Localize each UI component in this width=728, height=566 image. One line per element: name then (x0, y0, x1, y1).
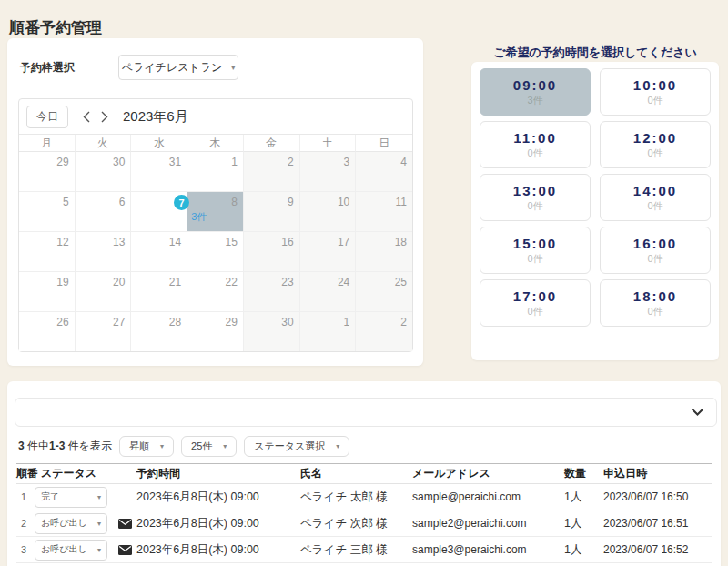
calendar: 今日 2023年6月 月火水木金土日 293031123456783件91011… (18, 98, 413, 352)
calendar-day-cell[interactable]: 31 (131, 152, 187, 192)
calendar-day-cell[interactable]: 22 (187, 272, 244, 312)
per-page-value: 25件 (191, 440, 212, 453)
column-header: 申込日時 (603, 466, 712, 481)
table-body: 1完了▾2023年6月8日(木) 09:00ペライチ 太郎 様sample@pe… (16, 484, 712, 563)
calendar-day-cell[interactable]: 1 (187, 152, 244, 192)
table-row: 3お呼び出し▾2023年6月8日(木) 09:00ペライチ 三郎 様sample… (16, 537, 712, 563)
calendar-day-cell[interactable]: 3 (300, 152, 357, 192)
calendar-day-cell[interactable]: 23 (244, 272, 300, 312)
time-slot-count: 0件 (647, 252, 662, 266)
status-filter-dropdown[interactable]: ステータス選択 ▾ (244, 436, 349, 457)
calendar-day-cell[interactable]: 1 (300, 312, 357, 351)
applied-datetime: 2023/06/07 16:52 (603, 543, 712, 556)
status-select[interactable]: お呼び出し▾ (35, 540, 107, 561)
time-slot-button[interactable]: 15:000件 (480, 227, 591, 274)
time-select-title: ご希望の予約時間を選択してください (471, 45, 719, 61)
time-slot-button[interactable]: 11:000件 (480, 121, 591, 168)
time-slot-time: 11:00 (513, 130, 557, 146)
reservation-time: 2023年6月8日(木) 09:00 (136, 490, 300, 505)
slot-select-dropdown[interactable]: ペライチレストラン ▾ (118, 55, 238, 80)
day-number: 12 (56, 236, 68, 248)
calendar-day-cell[interactable]: 25 (356, 272, 412, 312)
column-header: 氏名 (300, 466, 412, 481)
time-slot-button[interactable]: 14:000件 (600, 174, 711, 221)
calendar-day-cell[interactable]: 30 (76, 152, 132, 192)
calendar-day-cell[interactable]: 4 (356, 152, 412, 192)
calendar-day-cell[interactable]: 5 (19, 192, 76, 232)
today-button[interactable]: 今日 (26, 106, 68, 128)
time-slot-button[interactable]: 10:000件 (600, 68, 711, 116)
day-number: 20 (113, 276, 125, 288)
calendar-day-cell[interactable]: 7 (131, 192, 187, 232)
time-slot-button[interactable]: 12:000件 (600, 121, 711, 168)
column-header: 予約時間 (136, 466, 300, 481)
time-slot-button[interactable]: 09:003件 (480, 68, 591, 116)
calendar-day-cell[interactable]: 20 (76, 272, 132, 312)
calendar-day-cell[interactable]: 29 (19, 152, 76, 192)
calendar-day-cell[interactable]: 6 (76, 192, 132, 232)
calendar-day-cell[interactable]: 2 (244, 152, 300, 192)
status-select[interactable]: お呼び出し▾ (35, 513, 107, 534)
next-month-button[interactable] (96, 106, 114, 127)
calendar-day-cell[interactable]: 28 (131, 312, 187, 351)
calendar-day-cell[interactable]: 10 (300, 192, 357, 232)
status-select[interactable]: 完了▾ (35, 487, 107, 508)
time-slot-button[interactable]: 17:000件 (480, 279, 591, 327)
calendar-day-cell[interactable]: 14 (131, 232, 187, 272)
calendar-day-cell[interactable]: 29 (187, 312, 244, 351)
day-number: 5 (63, 196, 69, 208)
calendar-day-cell[interactable]: 17 (300, 232, 357, 272)
day-count-link[interactable]: 3件 (191, 210, 207, 224)
chevron-down-icon (692, 409, 703, 416)
resend-mail-button[interactable] (118, 545, 136, 555)
calendar-day-cell[interactable]: 19 (19, 272, 76, 312)
order-number: 3 (16, 544, 35, 555)
day-number: 15 (225, 236, 237, 248)
calendar-day-cell[interactable]: 15 (187, 232, 244, 272)
applied-datetime: 2023/06/07 16:51 (603, 517, 712, 530)
calendar-day-cell[interactable]: 9 (244, 192, 300, 232)
day-number: 23 (281, 276, 293, 288)
per-page-dropdown[interactable]: 25件 ▾ (181, 436, 237, 457)
calendar-week-row: 19202122232425 (19, 272, 412, 312)
result-range: 1-3 (49, 440, 65, 452)
calendar-day-cell[interactable]: 18 (356, 232, 412, 272)
caret-down-icon: ▾ (223, 442, 227, 450)
weekday-header: 月 (19, 135, 76, 152)
time-slot-time: 09:00 (513, 77, 557, 93)
time-slot-time: 15:00 (513, 236, 557, 251)
caret-down-icon: ▾ (336, 442, 339, 450)
resend-mail-button[interactable] (118, 519, 136, 529)
time-slot-count: 0件 (527, 199, 542, 213)
status-select-value: 完了 (41, 490, 59, 503)
calendar-day-cell[interactable]: 26 (19, 312, 76, 351)
calendar-day-cell[interactable]: 11 (356, 192, 412, 232)
prev-month-button[interactable] (77, 106, 96, 127)
reservation-list-card: 3 件中1-3 件を表示 昇順 ▾ 25件 ▾ ステータス選択 ▾ 順番ステータ… (7, 381, 721, 566)
collapse-bar[interactable] (15, 398, 717, 427)
calendar-day-cell[interactable]: 13 (76, 232, 132, 272)
time-slot-button[interactable]: 16:000件 (600, 227, 711, 274)
list-controls: 3 件中1-3 件を表示 昇順 ▾ 25件 ▾ ステータス選択 ▾ (18, 436, 721, 457)
time-slot-card: 09:003件10:000件11:000件12:000件13:000件14:00… (471, 62, 719, 360)
calendar-day-cell[interactable]: 16 (244, 232, 300, 272)
time-slot-time: 14:00 (633, 183, 677, 198)
calendar-day-cell[interactable]: 83件 (187, 192, 244, 232)
calendar-day-cell[interactable]: 30 (244, 312, 300, 351)
calendar-week-row: 262728293012 (19, 312, 412, 351)
result-total: 3 (18, 440, 25, 452)
sort-order-value: 昇順 (129, 440, 149, 453)
time-slot-button[interactable]: 13:000件 (480, 174, 591, 221)
calendar-day-cell[interactable]: 21 (131, 272, 187, 312)
calendar-day-cell[interactable]: 2 (356, 312, 412, 351)
calendar-day-cell[interactable]: 24 (300, 272, 357, 312)
calendar-day-cell[interactable]: 27 (76, 312, 132, 351)
day-number: 3 (344, 156, 350, 168)
weekday-header: 木 (187, 135, 244, 152)
calendar-month-title: 2023年6月 (123, 108, 188, 126)
calendar-day-cell[interactable]: 12 (19, 232, 76, 272)
reservation-time: 2023年6月8日(木) 09:00 (136, 542, 300, 558)
table-header-row: 順番ステータス予約時間氏名メールアドレス数量申込日時 (16, 464, 712, 484)
time-slot-button[interactable]: 18:000件 (600, 279, 711, 327)
sort-order-dropdown[interactable]: 昇順 ▾ (119, 436, 174, 457)
